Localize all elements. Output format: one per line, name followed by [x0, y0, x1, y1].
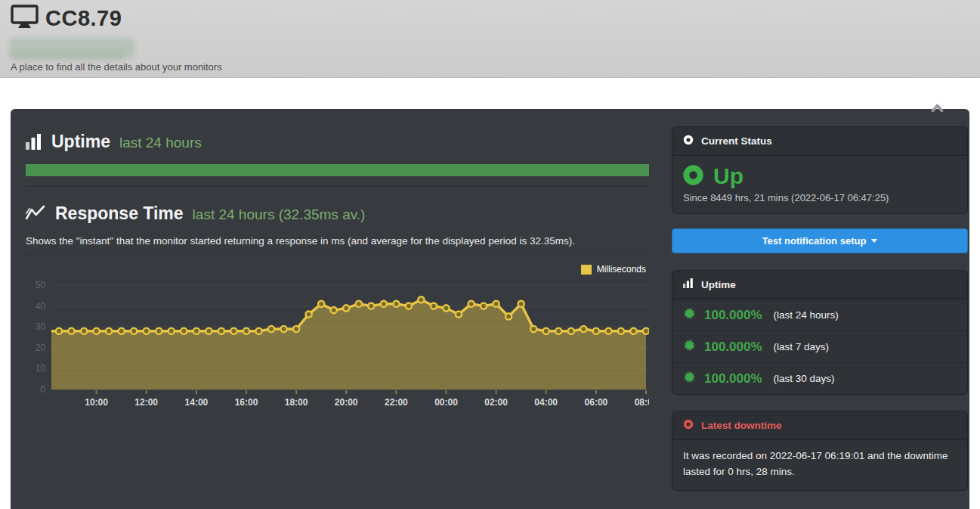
monitor-detail-card: Uptime last 24 hours Response Time last …	[11, 109, 969, 509]
legend-label: Milliseconds	[597, 264, 646, 275]
uptime-period-24h: (last 24 hours)	[774, 309, 839, 321]
uptime-row-24h: 100.000% (last 24 hours)	[672, 299, 967, 331]
legend-swatch	[581, 265, 592, 275]
redacted-monitor-name-shadow	[12, 53, 125, 60]
downtime-donut-icon	[683, 419, 694, 432]
svg-text:12:00: 12:00	[134, 397, 158, 408]
svg-text:30: 30	[36, 321, 46, 332]
monitor-icon	[11, 5, 39, 33]
svg-text:50: 50	[36, 280, 46, 290]
chart-wrap: 0102030405010:0012:0014:0016:0018:0020:0…	[26, 276, 649, 412]
response-section-title: Response Time	[55, 203, 184, 224]
response-section-period: last 24 hours (32.35ms av.)	[193, 206, 366, 223]
status-state: Up	[713, 163, 744, 189]
svg-text:10:00: 10:00	[85, 397, 108, 408]
page-header: CC8.79 A place to find all the details a…	[0, 0, 980, 78]
uptime-value-7d: 100.000%	[704, 340, 762, 355]
svg-text:20: 20	[36, 343, 46, 353]
svg-text:08:00: 08:00	[635, 397, 649, 408]
page-subtitle: A place to find all the details about yo…	[11, 61, 222, 73]
uptime-section-period: last 24 hours	[119, 135, 202, 151]
uptime-value-24h: 100.000%	[704, 308, 762, 323]
uptime-panel: Uptime 100.000% (last 24 hours) 100.000%	[672, 270, 968, 395]
svg-text:0: 0	[40, 384, 45, 395]
svg-text:18:00: 18:00	[285, 397, 308, 408]
svg-text:06:00: 06:00	[585, 397, 608, 408]
uptime-24h-bar	[26, 164, 649, 176]
badge-icon	[683, 339, 696, 355]
bar-chart-icon	[26, 134, 42, 150]
current-status-header: Current Status	[672, 127, 967, 156]
uptime-value-30d: 100.000%	[704, 371, 762, 386]
uptime-panel-header: Uptime	[672, 271, 967, 299]
uptime-section-title: Uptime	[51, 132, 110, 152]
current-status-panel: Current Status Up Since 8449 hrs, 21 min…	[672, 126, 968, 214]
uptime-section-heading: Uptime last 24 hours	[26, 132, 649, 152]
current-status-body: Up Since 8449 hrs, 21 mins (2022-06-17 0…	[672, 156, 967, 213]
svg-text:20:00: 20:00	[335, 397, 358, 408]
latest-downtime-text: It was recorded on 2022-06-17 06:19:01 a…	[672, 440, 967, 490]
latest-downtime-title: Latest downtime	[701, 420, 782, 431]
response-section-heading: Response Time last 24 hours (32.35ms av.…	[26, 203, 649, 224]
uptime-row-30d: 100.000% (last 30 days)	[672, 362, 967, 394]
uptime-row-7d: 100.000% (last 7 days)	[672, 331, 967, 362]
sidebar: Current Status Up Since 8449 hrs, 21 min…	[672, 123, 968, 509]
svg-text:40: 40	[36, 301, 46, 312]
svg-text:04:00: 04:00	[534, 397, 558, 408]
response-description: Shows the "instant" that the monitor sta…	[26, 235, 649, 247]
divider	[26, 256, 649, 256]
test-notification-button[interactable]: Test notification setup	[672, 228, 968, 253]
test-notification-label: Test notification setup	[762, 235, 867, 247]
status-up-donut-icon	[683, 165, 703, 188]
status-since: Since 8449 hrs, 21 mins (2022-06-17 06:4…	[683, 192, 957, 203]
caret-down-icon	[871, 239, 877, 243]
svg-text:10: 10	[36, 363, 46, 374]
chevron-up-icon[interactable]	[931, 102, 944, 116]
chart-legend: Milliseconds	[26, 264, 646, 275]
latest-downtime-header: Latest downtime	[672, 411, 967, 440]
badge-icon	[683, 371, 696, 386]
svg-text:16:00: 16:00	[235, 397, 258, 408]
svg-text:22:00: 22:00	[385, 397, 408, 408]
uptime-period-30d: (last 30 days)	[774, 373, 835, 384]
page-title: CC8.79	[45, 6, 122, 31]
bar-chart-icon	[683, 278, 694, 290]
response-time-chart: 0102030405010:0012:0014:0016:0018:0020:0…	[26, 276, 649, 412]
line-chart-icon	[26, 205, 46, 222]
main-content: Uptime last 24 hours Response Time last …	[26, 123, 649, 509]
svg-text:14:00: 14:00	[185, 397, 209, 408]
badge-icon	[683, 307, 696, 323]
record-icon	[683, 135, 694, 147]
divider	[26, 186, 649, 187]
latest-downtime-panel: Latest downtime It was recorded on 2022-…	[672, 411, 968, 491]
current-status-title: Current Status	[701, 135, 772, 147]
svg-text:00:00: 00:00	[434, 397, 458, 408]
uptime-period-7d: (last 7 days)	[774, 341, 830, 352]
svg-text:02:00: 02:00	[484, 397, 508, 408]
uptime-panel-title: Uptime	[701, 279, 736, 290]
